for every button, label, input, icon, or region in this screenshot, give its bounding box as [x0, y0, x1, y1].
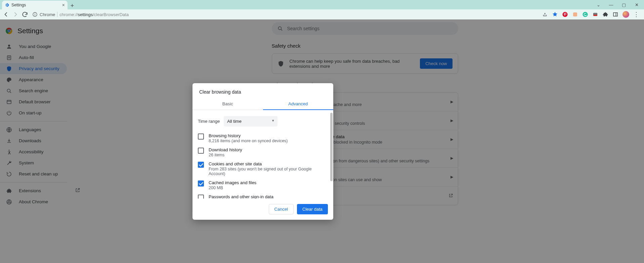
checkbox[interactable]	[198, 134, 204, 140]
kebab-menu-icon[interactable]: ⋮	[633, 11, 639, 18]
pinterest-extension-icon[interactable]	[562, 11, 568, 17]
checkbox-row: Passwords and other sign-in data294 pass…	[198, 192, 328, 199]
clear-data-button[interactable]: Clear data	[297, 204, 328, 214]
address-bar[interactable]: Chrome chrome://settings/clearBrowserDat…	[32, 12, 129, 17]
site-info-icon[interactable]	[32, 12, 38, 17]
share-icon[interactable]	[542, 11, 548, 17]
tab-basic[interactable]: Basic	[192, 98, 263, 110]
tab-advanced[interactable]: Advanced	[263, 98, 334, 110]
minimize-button[interactable]: —	[608, 2, 614, 7]
window-controls: ⌄ — ▢ ✕	[595, 0, 644, 9]
checkbox-title: Cached images and files	[209, 180, 256, 185]
time-range-select[interactable]: All time	[224, 116, 277, 126]
gear-icon	[5, 3, 9, 7]
checkbox-row: Download history26 items	[198, 145, 328, 159]
svg-rect-4	[573, 12, 577, 16]
svg-point-5	[583, 12, 588, 17]
checkbox[interactable]	[198, 195, 204, 199]
checkbox-subtitle: 8,216 items (and more on synced devices)	[209, 139, 288, 143]
new-tab-button[interactable]: +	[68, 2, 77, 9]
checkbox[interactable]	[198, 162, 204, 168]
browser-titlebar: Settings × + ⌄ — ▢ ✕	[0, 0, 644, 9]
lastpass-extension-icon[interactable]	[592, 11, 598, 17]
browser-toolbar: Chrome chrome://settings/clearBrowserDat…	[0, 9, 644, 19]
cancel-button[interactable]: Cancel	[269, 204, 294, 214]
svg-rect-11	[613, 13, 617, 16]
bookmark-star-icon[interactable]	[552, 11, 558, 17]
dialog-scrollbar[interactable]	[329, 110, 333, 199]
checkbox-subtitle: 26 items	[209, 153, 242, 157]
checkbox[interactable]	[198, 148, 204, 154]
grammarly-extension-icon[interactable]	[582, 11, 588, 17]
checkbox-title: Browsing history	[209, 133, 288, 138]
app-label: Chrome	[40, 12, 55, 17]
checkbox-subtitle: From 283 sites (you won't be signed out …	[209, 167, 328, 176]
checkbox-title: Cookies and other site data	[209, 161, 328, 166]
tabs-dropdown-icon[interactable]: ⌄	[595, 2, 602, 7]
checkbox-row: Cookies and other site dataFrom 283 site…	[198, 159, 328, 178]
forward-button[interactable]	[12, 11, 19, 18]
url-text: chrome://settings/clearBrowserData	[59, 12, 129, 17]
tab-title: Settings	[11, 3, 26, 7]
side-panel-icon[interactable]	[612, 11, 618, 17]
maximize-button[interactable]: ▢	[620, 2, 627, 7]
svg-point-1	[35, 13, 35, 14]
browser-tab[interactable]: Settings ×	[2, 1, 68, 9]
checkbox-title: Download history	[209, 147, 242, 152]
dialog-title: Clear browsing data	[192, 83, 333, 95]
profile-avatar[interactable]	[622, 11, 629, 18]
clear-browsing-data-dialog: Clear browsing data Basic Advanced Time …	[192, 83, 333, 220]
checkbox-row: Browsing history8,216 items (and more on…	[198, 131, 328, 145]
checkbox-subtitle: 200 MB	[209, 186, 256, 190]
svg-rect-2	[35, 14, 35, 15]
svg-rect-7	[593, 15, 597, 16]
close-window-button[interactable]: ✕	[633, 2, 640, 7]
extension-icon-2[interactable]	[572, 11, 578, 17]
checkbox-title: Passwords and other sign-in data	[209, 194, 328, 199]
separator	[57, 12, 57, 17]
checkbox[interactable]	[198, 180, 204, 187]
close-tab-icon[interactable]: ×	[62, 2, 65, 8]
svg-point-9	[595, 14, 596, 14]
back-button[interactable]	[3, 11, 9, 18]
checkbox-row: Cached images and files200 MB	[198, 178, 328, 192]
svg-point-10	[596, 14, 597, 14]
reload-button[interactable]	[22, 11, 28, 18]
extensions-puzzle-icon[interactable]	[602, 11, 608, 17]
time-range-label: Time range	[198, 119, 220, 124]
scrollbar-thumb[interactable]	[330, 113, 333, 181]
svg-point-8	[594, 14, 595, 14]
